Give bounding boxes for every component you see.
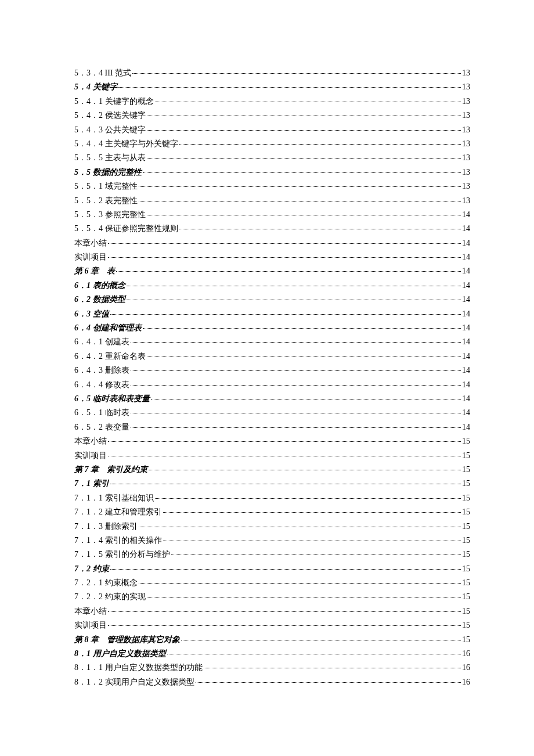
toc-label: 5．4．2 侯选关键字 xyxy=(74,111,146,121)
toc-page: 13 xyxy=(462,196,470,206)
toc-page: 13 xyxy=(462,182,470,192)
toc-page: 14 xyxy=(462,423,470,433)
toc-leader xyxy=(127,286,461,286)
toc-page: 14 xyxy=(462,394,470,404)
toc-page: 15 xyxy=(462,536,470,546)
toc-leader xyxy=(147,597,461,597)
toc-label: 5．4．3 公共关键字 xyxy=(74,125,146,135)
toc-page: 15 xyxy=(462,578,470,588)
toc-label: 5．4 关键字 xyxy=(74,82,117,92)
toc-page: 15 xyxy=(462,564,470,574)
toc-label: 6．4．3 删除表 xyxy=(74,366,129,376)
toc-entry: 6．4．4 修改表14 xyxy=(74,380,470,390)
toc-leader xyxy=(171,555,461,555)
toc-label: 5．5．2 表完整性 xyxy=(74,196,138,206)
toc-leader xyxy=(131,342,461,343)
toc-page: 14 xyxy=(462,408,470,418)
toc-leader xyxy=(108,243,461,244)
toc-entry: 7．1．1 索引基础知识15 xyxy=(74,494,470,503)
toc-leader xyxy=(110,314,461,315)
toc-leader xyxy=(131,413,461,413)
toc-page: 14 xyxy=(462,366,470,376)
toc-leader xyxy=(167,654,461,654)
toc-label: 第 6 章 表 xyxy=(74,267,115,276)
toc-page: 13 xyxy=(462,125,470,135)
toc-label: 7．1．4 索引的相关操作 xyxy=(74,536,162,546)
toc-page: 14 xyxy=(462,380,470,390)
toc-leader xyxy=(143,172,461,173)
toc-page: 13 xyxy=(462,69,470,78)
toc-label: 5．5 数据的完整性 xyxy=(74,168,142,178)
toc-entry: 8．1．2 实现用户自定义数据类型16 xyxy=(74,678,470,687)
toc-label: 6．5．2 表变量 xyxy=(74,423,129,433)
toc-leader xyxy=(108,611,461,612)
toc-page: 14 xyxy=(462,323,470,333)
toc-label: 6．4．4 修改表 xyxy=(74,380,129,390)
toc-entry: 5．4．3 公共关键字13 xyxy=(74,125,470,135)
toc-label: 实训项目 xyxy=(74,621,107,631)
toc-label: 5．5．3 参照完整性 xyxy=(74,210,146,220)
table-of-contents: 5．3．4 III 范式135．4 关键字135．4．1 关键字的概念135．4… xyxy=(74,69,470,687)
toc-entry: 7．2．1 约束概念15 xyxy=(74,578,470,588)
toc-label: 7．1．3 删除索引 xyxy=(74,522,138,532)
toc-leader xyxy=(108,441,461,442)
toc-entry: 7．1．2 建立和管理索引15 xyxy=(74,507,470,517)
toc-page: 16 xyxy=(462,678,470,687)
toc-label: 5．4．4 主关键字与外关键字 xyxy=(74,139,178,149)
toc-leader xyxy=(139,583,461,584)
toc-page: 15 xyxy=(462,607,470,617)
toc-leader xyxy=(151,399,461,399)
toc-leader xyxy=(139,201,461,201)
toc-leader xyxy=(147,357,461,357)
toc-leader xyxy=(139,186,461,187)
toc-leader xyxy=(155,498,461,499)
toc-label: 第 8 章 管理数据库其它对象 xyxy=(74,635,180,645)
toc-leader xyxy=(110,484,461,484)
toc-label: 7．2．2 约束的实现 xyxy=(74,592,146,602)
toc-page: 15 xyxy=(462,592,470,602)
toc-page: 14 xyxy=(462,253,470,262)
toc-page: 14 xyxy=(462,309,470,319)
toc-page: 13 xyxy=(462,82,470,92)
toc-label: 8．1 用户自定义数据类型 xyxy=(74,649,166,659)
toc-label: 实训项目 xyxy=(74,451,107,461)
toc-entry: 实训项目15 xyxy=(74,621,470,631)
toc-leader xyxy=(181,640,461,640)
toc-page: 14 xyxy=(462,210,470,220)
toc-page: 13 xyxy=(462,111,470,121)
toc-label: 6．4 创建和管理表 xyxy=(74,323,142,333)
toc-entry: 8．1 用户自定义数据类型16 xyxy=(74,649,470,659)
toc-leader xyxy=(147,158,461,159)
toc-page: 15 xyxy=(462,507,470,517)
toc-leader xyxy=(131,385,461,386)
toc-label: 8．1．2 实现用户自定义数据类型 xyxy=(74,678,194,687)
toc-entry: 6．4．1 创建表14 xyxy=(74,337,470,347)
toc-entry: 8．1．1 用户自定义数据类型的功能16 xyxy=(74,663,470,673)
toc-entry: 5．5．5 主表与从表13 xyxy=(74,153,470,163)
toc-leader xyxy=(163,541,461,541)
toc-label: 本章小结 xyxy=(74,437,107,447)
toc-label: 7．2．1 约束概念 xyxy=(74,578,138,588)
toc-leader xyxy=(116,271,461,272)
toc-leader xyxy=(108,456,461,456)
toc-entry: 7．2 约束15 xyxy=(74,564,470,574)
toc-label: 6．4．2 重新命名表 xyxy=(74,352,146,362)
toc-entry: 5．5．1 域完整性13 xyxy=(74,182,470,192)
toc-leader xyxy=(143,328,461,329)
toc-label: 7．1．5 索引的分析与维护 xyxy=(74,550,170,560)
toc-leader xyxy=(147,130,461,131)
toc-page: 15 xyxy=(462,550,470,560)
toc-page: 15 xyxy=(462,621,470,631)
toc-page: 15 xyxy=(462,465,470,475)
toc-page: 15 xyxy=(462,437,470,447)
toc-leader xyxy=(204,668,461,668)
toc-label: 6．2 数据类型 xyxy=(74,295,125,305)
toc-leader xyxy=(196,682,461,683)
toc-leader xyxy=(131,370,461,371)
toc-entry: 6．1 表的概念14 xyxy=(74,281,470,291)
toc-page: 15 xyxy=(462,522,470,532)
toc-entry: 5．5 数据的完整性13 xyxy=(74,168,470,178)
toc-label: 8．1．1 用户自定义数据类型的功能 xyxy=(74,663,203,673)
toc-page: 13 xyxy=(462,139,470,149)
toc-entry: 7．1．4 索引的相关操作15 xyxy=(74,536,470,546)
